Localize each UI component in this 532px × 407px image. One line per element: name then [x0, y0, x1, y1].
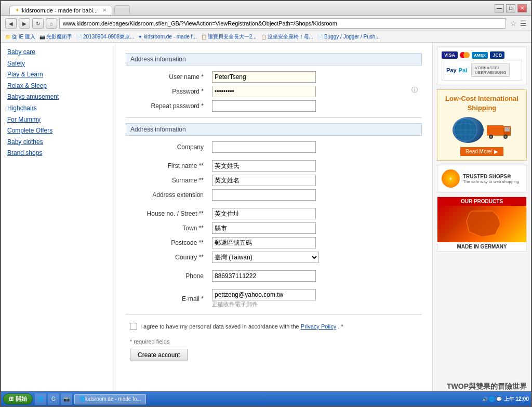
tab-close-btn[interactable]: ✕: [102, 7, 107, 13]
svg-point-9: [490, 136, 492, 138]
mastercard-icon: [460, 52, 470, 58]
taskbar-app-icon: 🌐: [79, 396, 85, 402]
globe-icon: [453, 117, 484, 143]
sidebar-item-complete-offers[interactable]: Complete Offers: [7, 125, 109, 137]
postcode-row: Postcode **: [126, 235, 422, 250]
home-btn[interactable]: ⌂: [46, 18, 57, 29]
password-info-icon[interactable]: ⓘ: [411, 86, 418, 95]
bookmark-buggy[interactable]: 📄 Buggy / Jogger / Push...: [317, 34, 380, 40]
postcode-input[interactable]: [212, 237, 316, 248]
forward-btn[interactable]: ▶: [19, 18, 30, 29]
firstname-label: First name **: [126, 159, 209, 173]
spacer-row: [126, 154, 422, 159]
street-input[interactable]: [212, 208, 316, 219]
required-fields-note: * required fields: [126, 338, 422, 345]
bookmark-label: Buggy / Jogger / Push...: [324, 34, 380, 40]
address-form-table: Company First name ** Surname ** Address…: [126, 140, 422, 310]
taskbar-quick-launch: 🌐 G 📷: [35, 393, 72, 405]
start-button[interactable]: ⊞ 開始: [3, 393, 33, 404]
addr-section-label: Address information: [130, 126, 186, 133]
browser-tab[interactable]: ✦ kidsroom.de - made for babi... ✕: [9, 6, 112, 15]
username-input[interactable]: [212, 71, 316, 83]
taskbar-icon-3[interactable]: 📷: [61, 393, 72, 405]
bookmark-safety[interactable]: 📋 讓寶貝安全長大一2...: [201, 33, 257, 41]
taskbar-icon-2[interactable]: G: [48, 393, 59, 405]
mc-right: [463, 52, 470, 58]
firstname-row: First name **: [126, 159, 422, 173]
trusted-text-area: TRUSTED SHOPS® The safe way to web shopp…: [463, 174, 519, 184]
browser-frame: ✦ kidsroom.de - made for babi... ✕ — □ ✕…: [0, 0, 532, 407]
bookmark-ie-import[interactable]: 📁 從 IE 匯入: [5, 33, 35, 41]
window-controls: — □ ✕: [495, 4, 527, 12]
phone-row: Phone: [126, 269, 422, 283]
password-input[interactable]: [212, 86, 316, 97]
payment-icons: VISA AMEX JCB: [442, 51, 522, 59]
town-label: Town **: [126, 221, 209, 235]
email-label: E-mail *: [126, 287, 209, 310]
sidebar-item-baby-care[interactable]: Baby care: [7, 47, 109, 58]
taskbar-app-btn[interactable]: 🌐 kidsroom.de - made fo...: [74, 394, 146, 404]
title-bar: ✦ kidsroom.de - made for babi... ✕ — □ ✕: [1, 1, 531, 16]
sidebar-item-babys-amusement[interactable]: Babys amusement: [7, 91, 109, 103]
minimize-btn[interactable]: —: [495, 4, 504, 12]
read-more-btn[interactable]: Read More! ▶: [460, 147, 503, 156]
sidebar-item-baby-clothes[interactable]: Baby clothes: [7, 137, 109, 148]
country-select[interactable]: 臺灣 (Taiwan) Deutschland: [212, 252, 319, 263]
content-area: Baby care Safety Play & Learn Relax & Sl…: [1, 43, 531, 391]
company-label: Company: [126, 140, 209, 154]
bookmark-star-icon[interactable]: ☆: [510, 19, 517, 28]
photo-icon: 📷: [39, 34, 45, 40]
sidebar-item-for-mummy[interactable]: For Mummy: [7, 114, 109, 126]
bookmark-label: kidsroom.de - made f...: [143, 34, 196, 40]
menu-icon[interactable]: ☰: [520, 19, 527, 28]
town-input[interactable]: [212, 222, 316, 234]
close-btn[interactable]: ✕: [517, 4, 527, 12]
surname-input[interactable]: [212, 175, 316, 186]
privacy-suffix: . *: [338, 323, 343, 330]
truck-area: [486, 121, 512, 139]
paypal-box: PayPal VORKASSE/ÜBERWEISUNG: [442, 60, 522, 81]
trusted-subtitle: The safe way to web shopping: [463, 179, 519, 184]
phone-input[interactable]: [212, 270, 316, 282]
sidebar-item-safety[interactable]: Safety: [7, 58, 109, 70]
back-btn[interactable]: ◀: [5, 18, 17, 29]
privacy-checkbox[interactable]: [130, 323, 137, 330]
sidebar-item-relax-sleep[interactable]: Relax & Sleep: [7, 81, 109, 92]
form-table: User name * Password * ⓘ Repeat password…: [126, 70, 422, 113]
taskbar-app-label: kidsroom.de - made fo...: [85, 396, 141, 402]
svg-point-11: [504, 136, 507, 138]
privacy-row: I agree to have my personal data saved i…: [126, 319, 422, 334]
vk-badge: VORKASSE/ÜBERWEISUNG: [471, 63, 510, 77]
sidebar-item-highchairs[interactable]: Highchairs: [7, 103, 109, 114]
create-account-button[interactable]: Create account: [130, 349, 188, 361]
email-hint: 正確收件電子郵件: [212, 300, 419, 308]
email-input[interactable]: [212, 289, 316, 300]
sidebar-item-brand-shops[interactable]: Brand shops: [7, 148, 109, 159]
repeat-password-label: Repeat password *: [126, 99, 209, 113]
username-label: User name *: [126, 70, 209, 84]
address-bar[interactable]: [59, 18, 506, 29]
bookmark-carseat[interactable]: 📋 沒坐安全座椅！母...: [261, 33, 313, 41]
tab-icon: ✦: [15, 7, 19, 13]
watermark: TWOΡ與雙果的冒險世界: [447, 382, 527, 391]
svg-rect-5: [487, 125, 503, 136]
town-row: Town **: [126, 221, 422, 235]
email-row: E-mail * 正確收件電子郵件: [126, 287, 422, 310]
repeat-password-input[interactable]: [212, 100, 316, 112]
trusted-shops-box: e TRUSTED SHOPS® The safe way to web sho…: [437, 165, 527, 192]
sidebar-item-play-learn[interactable]: Play & Learn: [7, 69, 109, 81]
new-tab-btn[interactable]: [114, 5, 130, 15]
company-input[interactable]: [212, 141, 316, 153]
taskbar-icon-1[interactable]: 🌐: [35, 393, 46, 405]
taskbar-right: 🔊 🌐 💬 上午 12:00: [482, 396, 529, 403]
bookmark-label: 沒坐安全座椅！母...: [268, 33, 313, 41]
bookmark-kidsroom[interactable]: ✦ kidsroom.de - made f...: [138, 34, 196, 40]
privacy-policy-link[interactable]: Privacy Policy: [301, 323, 336, 330]
reload-btn[interactable]: ↻: [32, 18, 44, 29]
maximize-btn[interactable]: □: [506, 4, 515, 12]
bookmark-tokyo[interactable]: 📄 20130904-0908東京...: [76, 33, 134, 41]
address-ext-input[interactable]: [212, 189, 316, 201]
made-germany-box: OUR PRODUCTS MADE IN GERMANY: [437, 196, 527, 252]
bookmark-photomagic[interactable]: 📷 光影魔術手: [39, 33, 72, 41]
firstname-input[interactable]: [212, 160, 316, 172]
